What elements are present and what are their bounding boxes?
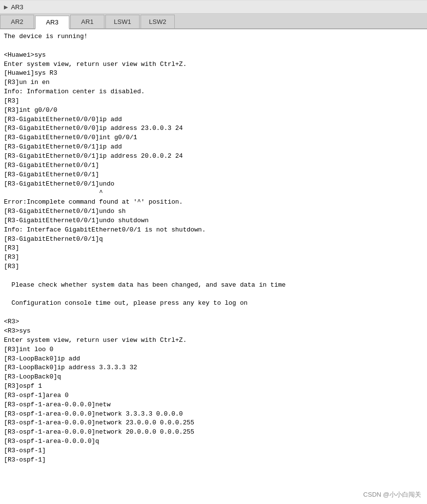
tab-ar2[interactable]: AR2 [0,15,34,28]
tab-ar1[interactable]: AR1 [70,15,104,28]
main-content: The device is running! <Huawei>sys Enter… [0,29,427,504]
terminal-output: The device is running! <Huawei>sys Enter… [4,32,423,465]
tab-lsw1[interactable]: LSW1 [105,15,140,28]
title-bar: ▶ AR3 [0,0,427,14]
app-icon: ▶ [4,3,8,11]
watermark: CSDN @小小白闯关 [363,490,421,499]
tab-ar3[interactable]: AR3 [35,16,69,29]
tab-lsw2[interactable]: LSW2 [141,15,175,28]
title-bar-text: AR3 [11,3,23,11]
tabs-bar: AR2AR3AR1LSW1LSW2 [0,14,427,29]
